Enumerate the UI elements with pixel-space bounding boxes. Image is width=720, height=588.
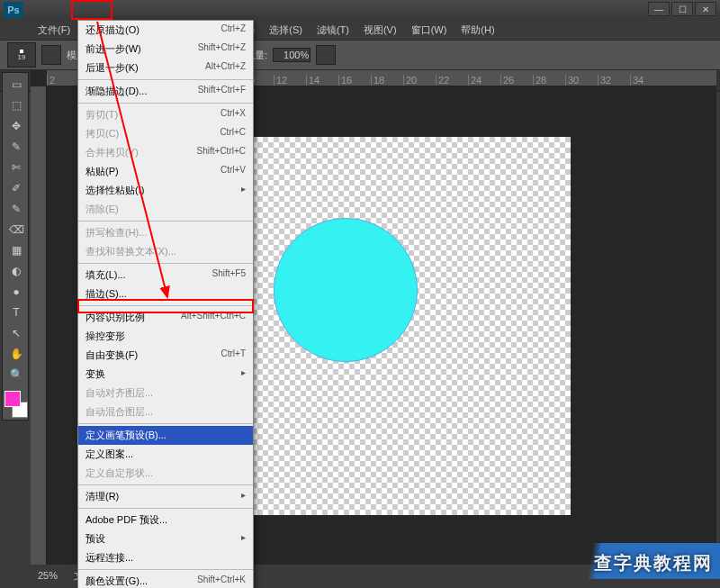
menu-item[interactable]: 定义图案... — [78, 445, 253, 464]
tool-item[interactable]: ✐ — [4, 178, 28, 198]
menu-item-label: 渐隐描边(D)... — [86, 85, 147, 98]
menu-item: 自动对齐图层... — [78, 384, 253, 403]
menu-item[interactable]: 预设▸ — [78, 529, 253, 548]
tool-item[interactable]: ⬚ — [4, 95, 28, 115]
menu-item-shortcut: Ctrl+V — [220, 165, 246, 178]
menu-item[interactable]: 后退一步(K)Alt+Ctrl+Z — [78, 59, 253, 77]
menu-滤镜[interactable]: 滤镜(T) — [310, 21, 356, 40]
tool-item[interactable]: ▦ — [4, 240, 28, 260]
tool-item[interactable]: ✄ — [4, 158, 28, 177]
zoom-level[interactable]: 25% — [38, 570, 58, 581]
menu-item-shortcut: ▸ — [241, 184, 246, 197]
ruler-mark: 32 — [598, 75, 630, 86]
menu-item[interactable]: 前进一步(W)Shift+Ctrl+Z — [78, 40, 253, 59]
menu-separator — [78, 221, 253, 222]
window-controls: — ☐ ✕ — [648, 2, 716, 16]
tool-item[interactable]: ✎ — [4, 137, 28, 157]
tool-item[interactable]: 🔍 — [4, 365, 28, 384]
menu-文件[interactable]: 文件(F) — [31, 21, 77, 40]
menu-separator — [78, 103, 253, 104]
menu-item-label: 自由变换(F) — [86, 348, 138, 362]
fg-swatch[interactable] — [4, 391, 21, 407]
ruler-mark: 16 — [338, 75, 371, 86]
menu-item-label: 远程连接... — [86, 551, 133, 565]
menu-item-shortcut: Ctrl+T — [221, 348, 247, 362]
menu-item-label: Adobe PDF 预设... — [86, 513, 167, 527]
menu-item[interactable]: Adobe PDF 预设... — [78, 511, 253, 529]
ruler-mark: 28 — [533, 75, 565, 86]
menu-item-shortcut: Shift+Ctrl+Z — [198, 42, 246, 56]
ruler-mark: 2 — [47, 75, 79, 86]
watermark: 查字典教程网 — [594, 551, 713, 575]
menu-item-shortcut: ▸ — [241, 490, 246, 503]
menu-item[interactable]: 操控变形 — [78, 327, 253, 346]
callout-edit-menu — [71, 0, 112, 20]
menu-separator — [78, 423, 253, 424]
menu-item[interactable]: 自由变换(F)Ctrl+T — [78, 346, 253, 365]
app-logo: Ps — [4, 2, 23, 18]
tool-item[interactable]: ● — [4, 282, 28, 302]
menu-separator — [78, 508, 253, 509]
maximize-button[interactable]: ☐ — [671, 2, 693, 16]
close-button[interactable]: ✕ — [695, 2, 716, 16]
menu-item[interactable]: 变换▸ — [78, 365, 253, 384]
airbrush-icon[interactable] — [316, 45, 336, 65]
menu-item-shortcut: Ctrl+Z — [221, 23, 247, 37]
menu-item: 拼写检查(H)... — [78, 223, 253, 242]
brush-panel-icon[interactable] — [41, 45, 61, 65]
menu-item[interactable]: 颜色设置(G)...Shift+Ctrl+K — [78, 572, 253, 588]
tool-item[interactable]: ✋ — [4, 344, 28, 364]
menu-item-shortcut: Shift+F5 — [212, 268, 246, 282]
ruler-mark: 20 — [403, 75, 436, 86]
minimize-button[interactable]: — — [648, 2, 670, 16]
menu-item-label: 拼写检查(H)... — [86, 226, 147, 240]
cyan-circle-shape — [274, 218, 418, 362]
tool-item[interactable]: ▭ — [4, 75, 28, 95]
menu-item[interactable]: 远程连接... — [78, 548, 253, 567]
menu-item-label: 合并拷贝(Y) — [86, 146, 139, 159]
menu-item[interactable]: 定义画笔预设(B)... — [78, 426, 253, 445]
menu-item-label: 定义自定形状... — [86, 466, 153, 480]
menu-item-label: 变换 — [86, 367, 105, 381]
menu-item-shortcut: Ctrl+C — [220, 127, 246, 140]
flow-input[interactable]: 100% — [273, 48, 310, 62]
menu-帮助[interactable]: 帮助(H) — [454, 21, 501, 40]
color-swatches[interactable] — [4, 391, 28, 418]
menu-item[interactable]: 粘贴(P)Ctrl+V — [78, 162, 253, 181]
tool-item[interactable]: ✎ — [4, 199, 28, 219]
menu-item-label: 颜色设置(G)... — [86, 574, 148, 588]
menu-item[interactable]: 还原描边(O)Ctrl+Z — [78, 21, 253, 40]
menu-item[interactable]: 清理(R)▸ — [78, 487, 253, 506]
menu-item: 查找和替换文本(X)... — [78, 242, 253, 261]
menu-item[interactable]: 选择性粘贴(I)▸ — [78, 181, 253, 200]
menu-item-label: 还原描边(O) — [86, 23, 140, 37]
menu-item-shortcut: Shift+Ctrl+C — [197, 146, 246, 159]
menu-separator — [78, 263, 253, 264]
menu-item-label: 预设 — [86, 532, 105, 546]
tool-item[interactable]: ◐ — [4, 261, 28, 281]
ruler-mark: 24 — [468, 75, 500, 86]
brush-size-value: 19 — [18, 53, 26, 61]
menu-item-shortcut: Alt+Ctrl+Z — [205, 61, 246, 75]
ruler-mark: 12 — [274, 75, 306, 86]
tool-item[interactable]: ↖ — [4, 323, 28, 343]
menu-item-shortcut: Shift+Ctrl+F — [198, 85, 246, 98]
tool-item[interactable]: T — [4, 303, 28, 322]
menu-item[interactable]: 渐隐描边(D)...Shift+Ctrl+F — [78, 82, 253, 101]
menu-item-label: 拷贝(C) — [86, 127, 119, 140]
ruler-mark: 18 — [371, 75, 403, 86]
menu-item-shortcut: ▸ — [241, 532, 246, 546]
menu-视图[interactable]: 视图(V) — [356, 21, 404, 40]
toolbox: ▭⬚✥✎✄✐✎⌫▦◐●T↖✋🔍 — [2, 72, 29, 421]
ruler-mark: 30 — [565, 75, 598, 86]
tool-item[interactable]: ✥ — [4, 116, 28, 136]
menu-item-shortcut: Ctrl+X — [220, 108, 246, 122]
brush-preview[interactable]: 19 — [7, 42, 36, 68]
menu-item-label: 自动混合图层... — [86, 405, 153, 419]
menu-窗口[interactable]: 窗口(W) — [404, 21, 454, 40]
tool-item[interactable]: ⌫ — [4, 220, 28, 240]
menu-选择[interactable]: 选择(S) — [262, 21, 310, 40]
menu-item-label: 操控变形 — [86, 330, 125, 343]
menu-item[interactable]: 填充(L)...Shift+F5 — [78, 266, 253, 285]
menu-item-label: 清除(E) — [86, 203, 119, 216]
